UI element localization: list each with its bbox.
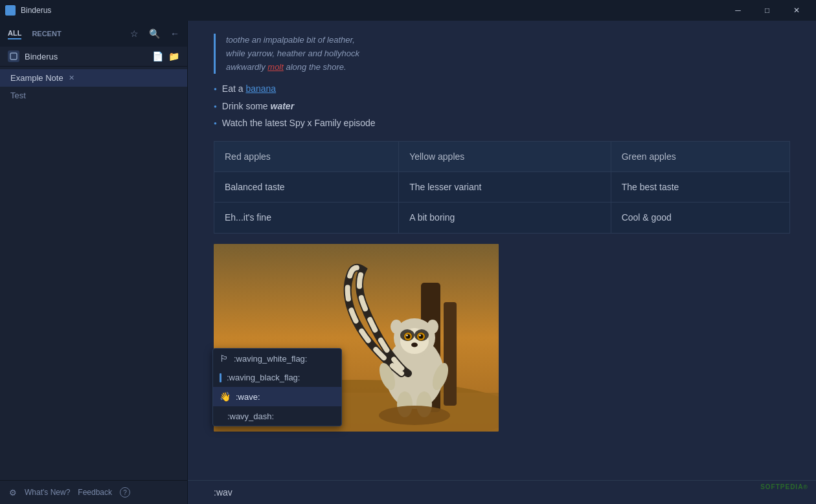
banana-link[interactable]: banana — [245, 83, 276, 94]
back-icon[interactable]: ← — [170, 28, 179, 39]
waving-white-flag-icon: 🏳 — [220, 353, 229, 364]
table-cell-2-0: Eh...it's fine — [214, 203, 399, 233]
svg-point-16 — [411, 342, 418, 347]
emoji-item-wave[interactable]: 👋 :wave: — [213, 387, 341, 406]
table-cell-1-1: The lesser variant — [399, 171, 611, 202]
emoji-code-2: :wave: — [236, 392, 260, 402]
content-area: toothe an impalpable bit of leather, whi… — [188, 21, 816, 504]
note-label-test: Test — [10, 91, 26, 100]
nav-all[interactable]: ALL — [8, 28, 21, 39]
scrolled-text: toothe an impalpable bit of leather, whi… — [214, 34, 790, 74]
close-button[interactable]: ✕ — [782, 0, 811, 21]
svg-rect-0 — [8, 8, 13, 13]
search-icon[interactable]: 🔍 — [149, 28, 160, 39]
list-item-3: ● Watch the latest Spy x Family episode — [214, 116, 790, 130]
whats-new-link[interactable]: What's New? — [25, 488, 70, 497]
sidebar-nav: ALL RECENT ☆ 🔍 ← — [0, 21, 187, 47]
svg-rect-1 — [10, 53, 17, 60]
new-note-icon[interactable]: 📄 — [152, 51, 163, 61]
bullet-dot-1: ● — [214, 85, 217, 94]
wavy-dash-icon — [220, 411, 222, 421]
note-item-example[interactable]: Example Note ✕ — [0, 69, 187, 87]
window-controls: ─ □ ✕ — [723, 0, 811, 21]
table-row-1: Balanced taste The lesser variant The be… — [214, 171, 790, 202]
notes-list: Example Note ✕ Test — [0, 67, 187, 480]
list-item-1: ● Eat a banana — [214, 82, 790, 96]
nav-recent[interactable]: RECENT — [32, 28, 61, 39]
workspace-actions: 📄 📁 — [152, 51, 179, 61]
svg-point-26 — [427, 320, 438, 334]
list-item-2: ● Drink some water — [214, 99, 790, 113]
emoji-code-3: :wavy_dash: — [227, 411, 274, 421]
svg-point-23 — [406, 334, 407, 336]
note-close-example[interactable]: ✕ — [69, 74, 74, 82]
softpedia-registered: ® — [803, 484, 808, 490]
table-cell-0-0: Red apples — [214, 141, 399, 171]
title-bar-left: Binderus — [5, 5, 51, 16]
emoji-code-0: :waving_white_flag: — [234, 354, 307, 364]
list-text-2: Drink some water — [222, 99, 294, 113]
bullet-dot-3: ● — [214, 120, 217, 128]
separator-icon — [220, 373, 221, 382]
list-text-3: Watch the latest Spy x Family episode — [222, 116, 376, 130]
bullet-dot-2: ● — [214, 103, 217, 111]
workspace-name: Binderus — [25, 52, 152, 61]
table-cell-1-0: Balanced taste — [214, 171, 399, 202]
table-row-header: Red apples Yellow apples Green apples — [214, 141, 790, 171]
note-input[interactable] — [214, 487, 790, 498]
list-text-1: Eat a banana — [222, 82, 276, 96]
sidebar-footer: ⚙ What's New? Feedback ? — [0, 480, 187, 504]
feedback-link[interactable]: Feedback — [78, 488, 112, 497]
emoji-item-waving-white[interactable]: 🏳 :waving_white_flag: — [213, 349, 341, 368]
help-icon[interactable]: ? — [120, 487, 130, 498]
table-cell-1-2: The best taste — [611, 171, 789, 202]
table-cell-2-2: Cool & good — [611, 203, 789, 233]
emoji-code-1: :waving_black_flag: — [227, 373, 300, 382]
minimize-button[interactable]: ─ — [723, 0, 753, 21]
maximize-button[interactable]: □ — [753, 0, 782, 21]
water-text: water — [271, 101, 295, 111]
svg-point-24 — [419, 334, 420, 336]
emoji-popup: 🏳 :waving_white_flag: :waving_black_flag… — [212, 348, 342, 426]
new-folder-icon[interactable]: 📁 — [168, 51, 179, 61]
input-area — [188, 480, 816, 504]
apple-table: Red apples Yellow apples Green apples Ba… — [214, 141, 790, 234]
title-bar: Binderus ─ □ ✕ — [0, 0, 816, 21]
emoji-item-waving-black[interactable]: :waving_black_flag: — [213, 368, 341, 387]
note-item-test[interactable]: Test — [0, 87, 187, 104]
svg-point-31 — [379, 406, 450, 425]
sidebar: ALL RECENT ☆ 🔍 ← Binderus 📄 📁 Example No… — [0, 21, 188, 504]
note-label-example: Example Note — [10, 73, 63, 83]
table-row-2: Eh...it's fine A bit boring Cool & good — [214, 203, 790, 233]
svg-rect-6 — [444, 302, 457, 406]
table-cell-0-1: Yellow apples — [399, 141, 611, 171]
star-icon[interactable]: ☆ — [130, 28, 139, 39]
main-layout: ALL RECENT ☆ 🔍 ← Binderus 📄 📁 Example No… — [0, 21, 816, 504]
bullet-list: ● Eat a banana ● Drink some water ● Watc… — [214, 82, 790, 130]
settings-icon[interactable]: ⚙ — [9, 488, 17, 498]
workspace-icon — [8, 50, 19, 62]
svg-point-25 — [391, 320, 402, 334]
softpedia-text: SOFTPEDIA — [760, 483, 803, 490]
workspace-row: Binderus 📄 📁 — [0, 47, 187, 67]
emoji-item-wavy-dash[interactable]: :wavy_dash: — [213, 406, 341, 426]
wave-icon: 👋 — [220, 391, 231, 402]
svg-point-21 — [406, 334, 411, 338]
app-title: Binderus — [21, 6, 51, 15]
table-cell-2-1: A bit boring — [399, 203, 611, 233]
softpedia-badge: SOFTPEDIA® — [760, 483, 808, 495]
table-cell-0-2: Green apples — [611, 141, 789, 171]
app-icon — [5, 5, 16, 16]
svg-point-22 — [419, 334, 424, 338]
